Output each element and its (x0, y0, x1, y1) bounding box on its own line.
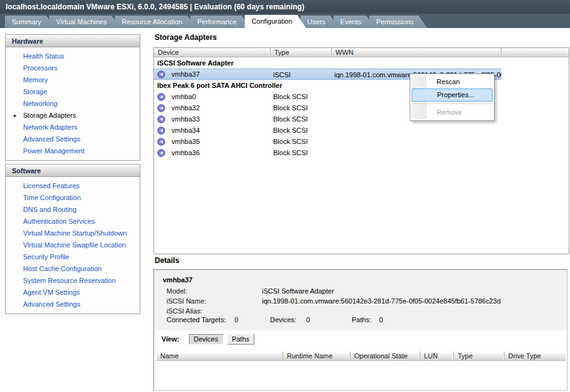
sidebar-item-label: Virtual Machine Startup/Shutdown (23, 229, 127, 237)
adapter-wwn-cell (332, 125, 501, 136)
adapter-device-cell: vmhba33 (154, 113, 271, 125)
detail-stat-label: Connected Targets: (167, 315, 226, 325)
detail-field-label: Model: (167, 286, 262, 296)
adapter-device-name: vmhba32 (171, 102, 200, 113)
column-header-wwn[interactable]: WWN (332, 48, 501, 57)
adapter-device-cell: vmhba34 (154, 125, 271, 136)
sidebar-item-memory[interactable]: Memory (6, 74, 140, 86)
sidebar-item-label: Health Status (23, 52, 64, 60)
sidebar-item-host-cache-configuration[interactable]: Host Cache Configuration (6, 263, 140, 275)
devices-column-header-type[interactable]: Type (454, 351, 505, 360)
view-button-paths[interactable]: Paths (227, 334, 254, 345)
sidebar-item-label: Storage (23, 88, 47, 95)
sidebar-item-networking[interactable]: Networking (6, 98, 140, 110)
adapter-device-cell: vmhba37 (154, 69, 271, 79)
tab-summary[interactable]: Summary (5, 16, 55, 28)
adapter-device-name: vmhba33 (171, 113, 200, 125)
tab-events[interactable]: Events (334, 16, 375, 28)
detail-stat-value: 0 (379, 315, 383, 325)
sidebar-item-label: Licensed Features (23, 182, 80, 189)
details-panel: vmhba37 Model:iSCSI Software AdapteriSCS… (153, 269, 568, 391)
sidebar-item-label: Memory (23, 76, 48, 84)
devices-column-header-lun[interactable]: LUN (420, 351, 454, 360)
sidebar-item-label: Storage Adapters (23, 112, 76, 119)
detail-adapter-name: vmhba37 (163, 276, 193, 284)
sidebar-item-processors[interactable]: Processors (6, 62, 140, 74)
sidebar-item-network-adapters[interactable]: Network Adapters (6, 122, 140, 133)
adapter-row-vmhba36[interactable]: vmhba36Block SCSI (154, 147, 501, 158)
sidebar-hardware-section: Hardware Health StatusProcessorsMemorySt… (5, 34, 140, 161)
detail-stat-value: 0 (234, 315, 238, 325)
sidebar-item-time-configuration[interactable]: Time Configuration (6, 192, 140, 204)
sidebar-item-virtual-machine-startup-shutdown[interactable]: Virtual Machine Startup/Shutdown (6, 227, 140, 239)
view-button-devices[interactable]: Devices (189, 334, 223, 345)
sidebar-item-advanced-settings[interactable]: Advanced Settings (6, 133, 140, 145)
detail-field-value: iqn.1998-01.com.vmware:560142e3-281d-775… (262, 297, 501, 305)
sidebar-item-virtual-machine-swapfile-location[interactable]: Virtual Machine Swapfile Location (6, 239, 140, 251)
storage-adapter-icon (157, 127, 165, 135)
tab-permissions[interactable]: Permissions (369, 16, 427, 28)
storage-adapter-icon (157, 93, 165, 101)
adapter-row-vmhba35[interactable]: vmhba35Block SCSI (154, 136, 501, 147)
details-title: Details (155, 256, 179, 265)
devices-column-header-name[interactable]: Name (157, 351, 283, 360)
tab-virtual-machines[interactable]: Virtual Machines (49, 16, 120, 28)
adapter-type-cell: iSCSI (271, 69, 332, 79)
sidebar-item-advanced-settings[interactable]: Advanced Settings (6, 299, 140, 310)
storage-adapters-table: DeviceTypeWWN iSCSI Software Adaptervmhb… (153, 47, 569, 254)
sidebar-item-label: Network Adapters (23, 123, 77, 131)
adapters-table-header: DeviceTypeWWN (154, 48, 569, 57)
adapter-type-cell: Block SCSI (271, 91, 332, 102)
sidebar-item-agent-vm-settings[interactable]: Agent VM Settings (6, 287, 140, 299)
detail-field-row: iSCSI Name:iqn.1998-01.com.vmware:560142… (167, 296, 501, 306)
adapter-device-name: vmhba0 (171, 91, 196, 102)
storage-adapter-icon (157, 104, 165, 112)
sidebar-item-licensed-features[interactable]: Licensed Features (6, 180, 140, 192)
adapters-table-body: iSCSI Software Adaptervmhba37iSCSIiqn.19… (154, 57, 569, 158)
sidebar-item-health-status[interactable]: Health Status (6, 50, 140, 62)
sidebar-item-authentication-services[interactable]: Authentication Services (6, 216, 140, 227)
adapter-wwn-cell (332, 147, 501, 158)
tab-users[interactable]: Users (301, 16, 339, 28)
sidebar-item-label: Power Management (23, 147, 84, 155)
tab-resource-allocation[interactable]: Resource Allocation (115, 16, 196, 28)
devices-column-header-drive-type[interactable]: Drive Type (505, 351, 566, 360)
view-switcher: View: DevicesPaths (162, 333, 258, 345)
sidebar-item-label: Security Profile (23, 253, 69, 261)
column-header-type[interactable]: Type (271, 48, 332, 57)
sidebar-item-storage-adapters[interactable]: ▸Storage Adapters (6, 110, 140, 122)
adapter-device-name: vmhba37 (171, 69, 200, 79)
context-menu-item-rescan[interactable]: Rescan (412, 75, 493, 88)
hardware-section-title: Hardware (6, 35, 140, 47)
detail-stats: Connected Targets:0Devices:0Paths:0 (154, 315, 567, 325)
sidebar-item-storage[interactable]: Storage (6, 86, 140, 98)
devices-column-header-runtime-name[interactable]: Runtime Name (283, 351, 350, 360)
adapter-type-cell: Block SCSI (271, 102, 332, 113)
detail-stat-value: 0 (306, 315, 310, 325)
storage-adapter-icon (157, 138, 165, 146)
sidebar-item-label: Processors (23, 64, 57, 72)
sidebar-item-label: System Resource Reservation (23, 277, 116, 284)
sidebar-item-security-profile[interactable]: Security Profile (6, 251, 140, 263)
sidebar-item-label: DNS and Routing (23, 206, 77, 213)
sidebar-item-dns-and-routing[interactable]: DNS and Routing (6, 204, 140, 216)
adapter-group-header: iSCSI Software Adapter (154, 57, 569, 69)
adapter-type-cell: Block SCSI (271, 113, 332, 125)
column-header-device[interactable]: Device (154, 48, 271, 57)
adapter-device-cell: vmhba35 (154, 136, 271, 147)
sidebar-item-label: Agent VM Settings (23, 289, 80, 296)
sidebar-item-power-management[interactable]: Power Management (6, 145, 140, 157)
tab-configuration[interactable]: Configuration (244, 15, 306, 28)
sidebar-item-label: Advanced Settings (23, 300, 80, 308)
sidebar-item-system-resource-reservation[interactable]: System Resource Reservation (6, 275, 140, 287)
adapter-device-cell: vmhba0 (154, 91, 271, 102)
detail-field-value: iSCSI Software Adapter (262, 287, 334, 295)
context-menu-item-remove: Remove (412, 106, 493, 119)
context-menu-item-properties[interactable]: Properties... (412, 88, 493, 102)
window-title-bar: localhost.localdomain VMware ESXi, 6.0.0… (0, 0, 570, 14)
tab-performance[interactable]: Performance (190, 16, 250, 28)
adapter-details-info: vmhba37 Model:iSCSI Software AdapteriSCS… (154, 270, 567, 330)
devices-column-header-operational-state[interactable]: Operational State (350, 351, 420, 360)
detail-stat-label: Devices: (270, 315, 296, 325)
adapter-row-vmhba34[interactable]: vmhba34Block SCSI (154, 125, 501, 136)
